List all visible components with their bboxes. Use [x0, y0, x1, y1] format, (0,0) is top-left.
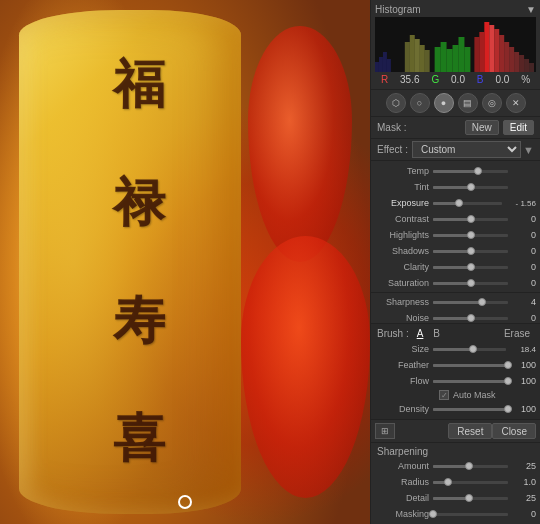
slider-row-flow: Flow 100	[371, 373, 540, 389]
slider-track-feather[interactable]	[433, 364, 508, 367]
slider-track-exposure[interactable]	[433, 202, 502, 205]
svg-rect-5	[435, 47, 441, 72]
slider-track-sharpness[interactable]	[433, 301, 508, 304]
slider-thumb-temp[interactable]	[474, 167, 482, 175]
slider-thumb-saturation[interactable]	[467, 279, 475, 287]
slider-value-density: 100	[508, 404, 536, 414]
histogram-menu-icon[interactable]: ▼	[526, 4, 536, 15]
hist-r-label: R	[381, 74, 388, 85]
slider-track-size[interactable]	[433, 348, 506, 351]
slider-row-noise: Noise 0	[371, 310, 540, 323]
histogram-values: R 35.6 G 0.0 B 0.0 %	[375, 72, 536, 87]
tool-redeye[interactable]: ✕	[506, 93, 526, 113]
slider-fill-clarity	[433, 266, 471, 269]
svg-rect-8	[453, 45, 459, 72]
mask-edit-button[interactable]: Edit	[503, 120, 534, 135]
slider-fill-sharpness	[433, 301, 482, 304]
slider-track-clarity[interactable]	[433, 266, 508, 269]
tool-radial[interactable]: ◎	[482, 93, 502, 113]
slider-track-detail[interactable]	[433, 497, 508, 500]
slider-name-tint: Tint	[375, 182, 433, 192]
effect-down-icon: ▼	[523, 144, 534, 156]
close-button[interactable]: Close	[492, 423, 536, 439]
photo-area: 福 禄 寿 喜	[0, 0, 370, 524]
slider-track-amount[interactable]	[433, 465, 508, 468]
slider-row-shadows: Shadows 0	[371, 243, 540, 259]
tool-grad[interactable]: ▤	[458, 93, 478, 113]
slider-track-shadows[interactable]	[433, 250, 508, 253]
circle-indicator[interactable]	[178, 495, 192, 509]
slider-track-noise[interactable]	[433, 317, 508, 320]
slider-name-detail: Detail	[375, 493, 433, 503]
slider-thumb-density[interactable]	[504, 405, 512, 413]
slider-track-flow[interactable]	[433, 380, 508, 383]
slider-thumb-clarity[interactable]	[467, 263, 475, 271]
slider-value-radius: 1.0	[508, 477, 536, 487]
slider-thumb-masking[interactable]	[429, 510, 437, 518]
mask-label: Mask :	[377, 122, 406, 133]
tool-brush[interactable]: ●	[434, 93, 454, 113]
svg-rect-6	[441, 42, 447, 72]
slider-track-highlights[interactable]	[433, 234, 508, 237]
slider-name-noise: Noise	[375, 313, 433, 323]
brush-erase-tab[interactable]: Erase	[500, 328, 534, 339]
slider-track-temp[interactable]	[433, 170, 508, 173]
slider-track-radius[interactable]	[433, 481, 508, 484]
slider-thumb-sharpness[interactable]	[478, 298, 486, 306]
slider-thumb-noise[interactable]	[467, 314, 475, 322]
slider-thumb-size[interactable]	[469, 345, 477, 353]
slider-row-exposure: Exposure - 1.56	[371, 195, 540, 211]
brush-section: Brush : A B Erase Size 18.4 Feather 100	[371, 323, 540, 419]
svg-rect-26	[420, 45, 425, 72]
tool-crop[interactable]: ⬡	[386, 93, 406, 113]
slider-thumb-shadows[interactable]	[467, 247, 475, 255]
chinese-char-2: 禄	[113, 177, 165, 229]
copy-settings-button[interactable]: ⊞	[375, 423, 395, 439]
slider-fill-highlights	[433, 234, 471, 237]
slider-track-contrast[interactable]	[433, 218, 508, 221]
svg-rect-3	[383, 52, 387, 72]
slider-value-clarity: 0	[508, 262, 536, 272]
svg-rect-11	[474, 37, 479, 72]
svg-rect-16	[499, 35, 504, 72]
sliders-section[interactable]: Temp Tint Exposure - 1.56	[371, 161, 540, 323]
svg-rect-25	[415, 39, 420, 72]
slider-thumb-exposure[interactable]	[455, 199, 463, 207]
mask-buttons: New Edit	[465, 120, 534, 135]
slider-name-exposure: Exposure	[375, 198, 433, 208]
effect-dropdown[interactable]: Custom	[412, 141, 521, 158]
slider-track-density[interactable]	[433, 408, 508, 411]
brush-tab-b[interactable]: B	[429, 328, 444, 339]
slider-track-tint[interactable]	[433, 186, 508, 189]
slider-track-saturation[interactable]	[433, 282, 508, 285]
slider-value-sharpness: 4	[508, 297, 536, 307]
brush-tab-a[interactable]: A	[413, 328, 428, 339]
svg-rect-13	[484, 22, 489, 72]
svg-rect-17	[504, 42, 509, 72]
svg-rect-2	[379, 57, 383, 72]
slider-track-masking[interactable]	[433, 513, 508, 516]
slider-thumb-radius[interactable]	[444, 478, 452, 486]
slider-name-shadows: Shadows	[375, 246, 433, 256]
slider-thumb-tint[interactable]	[467, 183, 475, 191]
slider-thumb-amount[interactable]	[465, 462, 473, 470]
tool-heal[interactable]: ○	[410, 93, 430, 113]
svg-rect-1	[375, 62, 379, 72]
automask-checkbox[interactable]: ✓	[439, 390, 449, 400]
svg-rect-18	[509, 47, 514, 72]
slider-thumb-feather[interactable]	[504, 361, 512, 369]
slider-value-amount: 25	[508, 461, 536, 471]
slider-thumb-flow[interactable]	[504, 377, 512, 385]
slider-name-size: Size	[375, 344, 433, 354]
mask-section: Mask : New Edit	[371, 117, 540, 139]
reset-button[interactable]: Reset	[448, 423, 492, 439]
slider-value-shadows: 0	[508, 246, 536, 256]
slider-thumb-contrast[interactable]	[467, 215, 475, 223]
sharpening-title: Sharpening	[377, 446, 428, 457]
mask-new-button[interactable]: New	[465, 120, 499, 135]
hist-g-value: 0.0	[451, 74, 465, 85]
slider-row-amount: Amount 25	[371, 458, 540, 474]
svg-rect-15	[494, 29, 499, 72]
slider-thumb-highlights[interactable]	[467, 231, 475, 239]
slider-thumb-detail[interactable]	[465, 494, 473, 502]
